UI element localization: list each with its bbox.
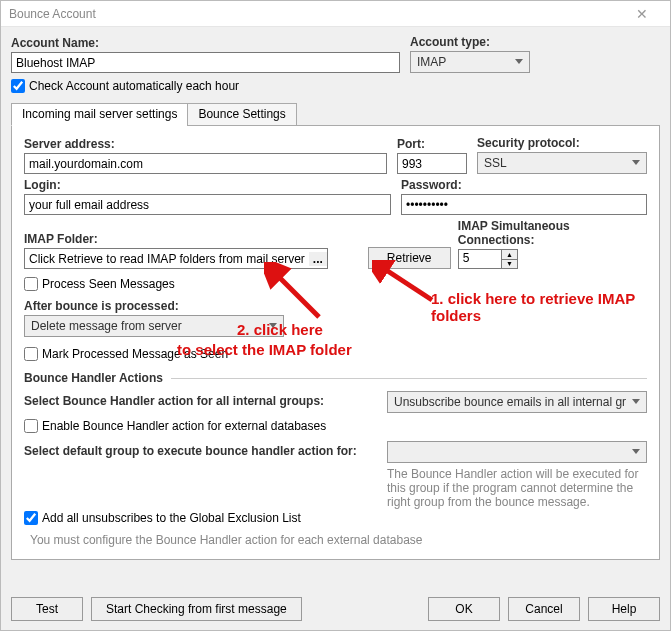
tab-panel: Server address: Port: Security protocol:…	[11, 125, 660, 560]
imap-conn-label: IMAP Simultaneous Connections:	[458, 219, 647, 247]
bha-default-select[interactable]	[387, 441, 647, 463]
imap-folder-value: Click Retrieve to read IMAP folders from…	[25, 252, 309, 266]
button-row: Test Start Checking from first message O…	[11, 597, 660, 621]
bha-default-label: Select default group to execute bounce h…	[24, 444, 357, 458]
check-auto-checkbox[interactable]	[11, 79, 25, 93]
close-icon[interactable]: ✕	[622, 6, 662, 22]
add-unsub-label: Add all unsubscribes to the Global Exclu…	[42, 511, 301, 525]
retrieve-button[interactable]: Retrieve	[368, 247, 451, 269]
account-name-input[interactable]	[11, 52, 400, 73]
tab-bounce[interactable]: Bounce Settings	[187, 103, 296, 126]
title-bar: Bounce Account ✕	[1, 1, 670, 27]
imap-folder-label: IMAP Folder:	[24, 232, 328, 246]
help-button[interactable]: Help	[588, 597, 660, 621]
login-label: Login:	[24, 178, 391, 192]
spinner-down-icon[interactable]: ▼	[502, 260, 517, 269]
server-address-input[interactable]	[24, 153, 387, 174]
security-label: Security protocol:	[477, 136, 647, 150]
imap-folder-browse-button[interactable]: ...	[309, 252, 327, 266]
bha-note: The Bounce Handler action will be execut…	[387, 467, 647, 509]
bha-section-header: Bounce Handler Actions	[24, 371, 647, 385]
login-input[interactable]	[24, 194, 391, 215]
imap-conn-spinner[interactable]: 5 ▲▼	[458, 249, 518, 269]
process-seen-checkbox[interactable]	[24, 277, 38, 291]
server-address-label: Server address:	[24, 137, 387, 151]
mark-seen-label: Mark Processed Message as Seen	[42, 347, 228, 361]
imap-conn-value: 5	[459, 250, 501, 268]
bha-external-label: Enable Bounce Handler action for externa…	[42, 419, 326, 433]
check-auto-label: Check Account automatically each hour	[29, 79, 239, 93]
security-value: SSL	[484, 156, 507, 170]
mark-seen-checkbox[interactable]	[24, 347, 38, 361]
account-type-label: Account type:	[410, 35, 660, 49]
account-type-value: IMAP	[417, 55, 446, 69]
after-bounce-select[interactable]: Delete message from server	[24, 315, 284, 337]
test-button[interactable]: Test	[11, 597, 83, 621]
start-checking-button[interactable]: Start Checking from first message	[91, 597, 302, 621]
bha-internal-label: Select Bounce Handler action for all int…	[24, 394, 324, 408]
after-bounce-label: After bounce is processed:	[24, 299, 284, 313]
footer-note: You must configure the Bounce Handler ac…	[30, 533, 647, 547]
password-label: Password:	[401, 178, 647, 192]
security-select[interactable]: SSL	[477, 152, 647, 174]
after-bounce-value: Delete message from server	[31, 319, 182, 333]
ok-button[interactable]: OK	[428, 597, 500, 621]
bha-external-checkbox[interactable]	[24, 419, 38, 433]
account-name-label: Account Name:	[11, 36, 400, 50]
spinner-up-icon[interactable]: ▲	[502, 250, 517, 260]
add-unsub-checkbox[interactable]	[24, 511, 38, 525]
tab-incoming[interactable]: Incoming mail server settings	[11, 103, 188, 126]
tab-strip: Incoming mail server settings Bounce Set…	[11, 101, 660, 125]
window-title: Bounce Account	[9, 7, 96, 21]
bha-internal-value: Unsubscribe bounce emails in all interna…	[394, 395, 626, 409]
cancel-button[interactable]: Cancel	[508, 597, 580, 621]
port-label: Port:	[397, 137, 467, 151]
bha-internal-select[interactable]: Unsubscribe bounce emails in all interna…	[387, 391, 647, 413]
port-input[interactable]	[397, 153, 467, 174]
password-input[interactable]	[401, 194, 647, 215]
process-seen-label: Process Seen Messages	[42, 277, 175, 291]
account-type-select[interactable]: IMAP	[410, 51, 530, 73]
